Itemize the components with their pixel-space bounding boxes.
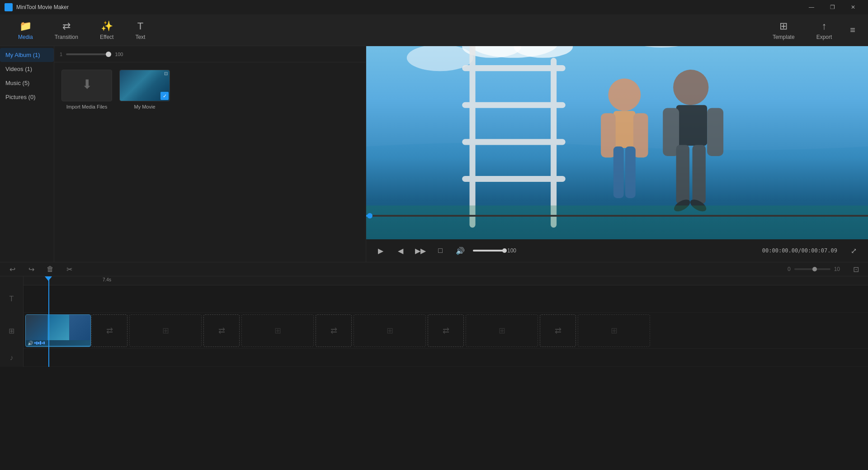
sidebar-item-videos[interactable]: Videos (1) bbox=[0, 62, 54, 76]
svg-rect-22 bbox=[676, 145, 689, 204]
media-content: ⬇ Import Media Files ⊡ ✓ My Movie bbox=[54, 62, 366, 262]
my-movie-label: My Movie bbox=[134, 104, 155, 109]
timeline-toolbar: ↩ ↪ 🗑 ✂ 0 10 ⊡ bbox=[0, 262, 868, 276]
playback-bar[interactable] bbox=[366, 215, 868, 217]
preview-container: ▶ ◀ ▶▶ □ 🔊 100 00:00:00.00/00:00:07.09 ⤢ bbox=[366, 46, 868, 262]
titlebar-controls: — ❐ ✕ bbox=[801, 0, 863, 14]
empty-slot-1[interactable]: ⊞ bbox=[129, 314, 202, 347]
toolbar-text[interactable]: T Text bbox=[124, 18, 156, 43]
timeline-tracks: 7.4s bbox=[24, 276, 868, 367]
prev-frame-button[interactable]: ◀ bbox=[393, 243, 408, 258]
cut-button[interactable]: ✂ bbox=[62, 262, 76, 276]
fit-button[interactable]: ⊡ bbox=[849, 262, 863, 276]
zoom-min-label: 0 bbox=[788, 266, 791, 272]
svg-rect-16 bbox=[613, 147, 624, 198]
next-frame-button[interactable]: ▶▶ bbox=[413, 243, 428, 258]
import-thumb: ⬇ bbox=[61, 70, 112, 101]
volume-button[interactable]: 🔊 bbox=[453, 243, 467, 258]
transition-slot-5[interactable]: ⇄ bbox=[540, 314, 576, 347]
svg-rect-11 bbox=[462, 176, 566, 182]
timeline-content: 🔊 ⇄ ⊞ ⇄ ⊞ bbox=[24, 285, 868, 367]
size-slider[interactable] bbox=[66, 53, 111, 55]
wave-bar bbox=[40, 341, 41, 345]
transition-label: Transition bbox=[55, 34, 78, 40]
import-media-item[interactable]: ⬇ Import Media Files bbox=[61, 70, 112, 109]
clip-thumbnails bbox=[26, 315, 90, 340]
titlebar-left: MiniTool Movie Maker bbox=[5, 3, 69, 11]
svg-point-18 bbox=[673, 70, 708, 105]
audio-track-label: ♪ bbox=[0, 349, 23, 367]
time-total: 00:00:07.09 bbox=[802, 247, 837, 254]
clip-thumb-2 bbox=[47, 315, 69, 340]
transition-slot-2[interactable]: ⇄ bbox=[203, 314, 240, 347]
transition-slot-4[interactable]: ⇄ bbox=[428, 314, 464, 347]
text-track-row bbox=[24, 285, 868, 313]
fullscreen-button[interactable]: ⤢ bbox=[846, 243, 861, 258]
slider-max-label: 100 bbox=[115, 52, 123, 57]
close-button[interactable]: ✕ bbox=[843, 0, 863, 14]
import-label: Import Media Files bbox=[66, 104, 107, 109]
toolbar-media[interactable]: 📁 Media bbox=[7, 18, 44, 43]
volume-thumb bbox=[502, 248, 507, 253]
media-check-icon: ✓ bbox=[160, 92, 169, 100]
svg-rect-23 bbox=[693, 145, 706, 204]
sidebar-item-my-album[interactable]: My Album (1) bbox=[0, 48, 54, 62]
transition-slot-1[interactable]: ⇄ bbox=[91, 314, 127, 347]
zoom-control: 0 10 bbox=[788, 266, 840, 272]
wave-bar bbox=[34, 342, 36, 344]
svg-rect-9 bbox=[462, 102, 566, 108]
play-button[interactable]: ▶ bbox=[373, 243, 388, 258]
media-icon: 📁 bbox=[19, 20, 32, 32]
wave-bar bbox=[43, 342, 45, 344]
video-thumb-overlay: ⊡ bbox=[164, 71, 168, 76]
empty-slot-4[interactable]: ⊞ bbox=[466, 314, 538, 347]
video-track-icon: ⊞ bbox=[9, 327, 14, 335]
media-panel: 1 100 ⬇ Import Media Files ⊡ ✓ bbox=[54, 46, 366, 262]
media-label: Media bbox=[18, 34, 33, 40]
svg-rect-10 bbox=[462, 139, 566, 145]
empty-slot-5[interactable]: ⊞ bbox=[578, 314, 650, 347]
empty-slot-3[interactable]: ⊞ bbox=[354, 314, 426, 347]
text-icon: T bbox=[137, 20, 143, 32]
toolbar-export[interactable]: ↑ Export bbox=[807, 18, 841, 43]
sidebar-item-pictures[interactable]: Pictures (0) bbox=[0, 90, 54, 104]
stop-button[interactable]: □ bbox=[433, 243, 448, 258]
toolbar-transition[interactable]: ⇄ Transition bbox=[44, 18, 89, 43]
ruler-spacer bbox=[0, 276, 23, 285]
zoom-slider[interactable] bbox=[794, 268, 830, 270]
my-movie-thumb: ⊡ ✓ bbox=[119, 70, 170, 101]
clip-thumb-1 bbox=[26, 315, 47, 340]
my-movie-item[interactable]: ⊡ ✓ My Movie bbox=[119, 70, 170, 109]
zoom-thumb bbox=[812, 267, 817, 271]
redo-button[interactable]: ↪ bbox=[24, 262, 38, 276]
delete-button[interactable]: 🗑 bbox=[43, 262, 57, 276]
timeline-ruler: 7.4s bbox=[24, 276, 868, 285]
volume-bar[interactable] bbox=[473, 250, 505, 252]
effect-icon: ✨ bbox=[101, 20, 113, 32]
toolbar-effect[interactable]: ✨ Effect bbox=[89, 18, 124, 43]
transition-slot-3[interactable]: ⇄ bbox=[316, 314, 352, 347]
hamburger-menu[interactable]: ≡ bbox=[844, 22, 861, 38]
sidebar-item-music[interactable]: Music (5) bbox=[0, 76, 54, 90]
restore-button[interactable]: ❐ bbox=[822, 0, 843, 14]
minimize-button[interactable]: — bbox=[801, 0, 822, 14]
toolbar-template[interactable]: ⊞ Template bbox=[764, 18, 804, 43]
transition-icon: ⇄ bbox=[62, 20, 71, 32]
empty-slot-2[interactable]: ⊞ bbox=[241, 314, 314, 347]
svg-rect-26 bbox=[366, 205, 868, 239]
sidebar: My Album (1) Videos (1) Music (5) Pictur… bbox=[0, 46, 54, 262]
audio-waveform: 🔊 bbox=[26, 340, 90, 346]
volume-fill bbox=[473, 250, 505, 252]
undo-button[interactable]: ↩ bbox=[5, 262, 19, 276]
time-current: 00:00:00.00 bbox=[762, 247, 798, 254]
media-toolbar: 1 100 bbox=[54, 46, 366, 62]
preview-video bbox=[366, 46, 868, 239]
audio-track-icon: ♪ bbox=[10, 354, 14, 362]
clip-thumb-3 bbox=[69, 315, 90, 340]
wave-bar bbox=[42, 342, 43, 344]
video-clip[interactable]: 🔊 bbox=[25, 314, 91, 347]
svg-rect-8 bbox=[462, 65, 566, 71]
wave-bar bbox=[36, 342, 38, 345]
text-label: Text bbox=[135, 34, 145, 40]
svg-rect-19 bbox=[676, 105, 708, 146]
